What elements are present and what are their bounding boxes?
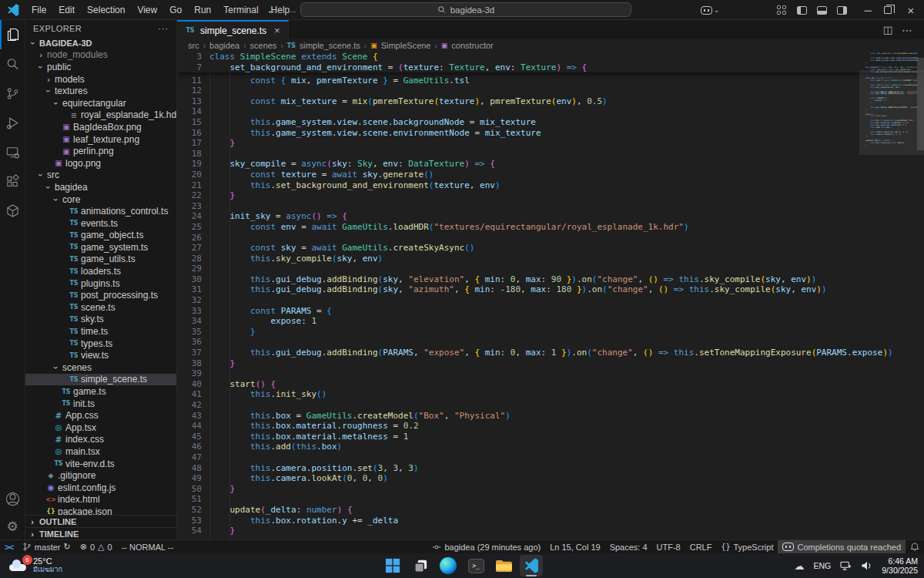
tree-file-types.ts[interactable]: TStypes.ts	[25, 338, 176, 350]
breadcrumb-item-SimpleScene[interactable]: SimpleScene	[381, 41, 431, 50]
tree-file-scene.ts[interactable]: TSscene.ts	[25, 301, 176, 314]
menu-go[interactable]: Go	[164, 2, 187, 18]
git-branch-status[interactable]: master ↻	[18, 540, 75, 553]
tree-file-simple_scene.ts[interactable]: TSsimple_scene.ts	[25, 374, 176, 386]
copilot-quota-status[interactable]: Completions quota reached	[778, 540, 906, 553]
customize-layout-button[interactable]	[772, 0, 792, 20]
tree-file-time.ts[interactable]: TStime.ts	[25, 325, 176, 338]
start-button[interactable]	[381, 555, 404, 576]
tree-file-game_utils.ts[interactable]: TSgame_utils.ts	[25, 254, 176, 266]
tree-file-loaders.ts[interactable]: TSloaders.ts	[25, 265, 176, 277]
menu-view[interactable]: View	[132, 2, 162, 18]
breadcrumb-item-bagidea[interactable]: bagidea	[209, 41, 239, 50]
tree-file-logo.png[interactable]: ▣logo.png	[25, 157, 176, 170]
toggle-secondary-sidebar-button[interactable]	[832, 0, 852, 20]
activity-remote-explorer-button[interactable]	[0, 137, 25, 166]
editor-more-actions-icon[interactable]: ⋯	[902, 24, 913, 36]
tree-file-main.tsx[interactable]: ◎main.tsx	[25, 445, 176, 458]
activity-extensions-button[interactable]	[0, 166, 25, 196]
tree-file-game.ts[interactable]: TSgame.ts	[25, 385, 176, 398]
tree-folder-equirectangular[interactable]: ›equirectangular	[25, 97, 176, 109]
network-icon[interactable]	[840, 560, 852, 571]
tab-simple-scene[interactable]: TS simple_scene.ts ×	[177, 20, 289, 39]
tree-file-vite-env.d.ts[interactable]: TSvite-env.d.ts	[25, 458, 176, 470]
manage-settings-button[interactable]: ⚙	[0, 513, 25, 539]
copilot-menu-button[interactable]: ⌄	[695, 0, 725, 20]
menu-file[interactable]: File	[26, 2, 52, 18]
tree-file-game_system.ts[interactable]: TSgame_system.ts	[25, 241, 176, 254]
tree-folder-BAGIDEA-3D[interactable]: ›BAGIDEA-3D	[25, 37, 176, 49]
activity-3d-viewer-button[interactable]	[0, 196, 25, 225]
problems-status[interactable]: ⊗ 0 △ 0	[75, 540, 117, 553]
tree-file-events.ts[interactable]: TSevents.ts	[25, 217, 176, 230]
tree-file-App.css[interactable]: #App.css	[25, 409, 176, 422]
code-area[interactable]: 1011 const { mix, pmremTexture } = GameU…	[177, 52, 924, 539]
input-language[interactable]: ENG	[814, 561, 832, 570]
command-center-search[interactable]: bagidea-3d	[300, 2, 631, 17]
nav-forward-icon[interactable]: →	[287, 5, 297, 16]
tree-file-view.ts[interactable]: TSview.ts	[25, 349, 176, 361]
tree-folder-bagidea[interactable]: ›bagidea	[25, 181, 176, 193]
remote-indicator[interactable]: ><	[0, 540, 18, 553]
tree-folder-node_modules[interactable]: ›node_modules	[25, 49, 176, 62]
terminal-button[interactable]: >_	[464, 555, 487, 576]
tree-file-BagIdeaBox.png[interactable]: ▣BagIdeaBox.png	[25, 121, 176, 133]
volume-icon[interactable]	[861, 560, 872, 571]
tree-folder-core[interactable]: ›core	[25, 193, 176, 206]
tree-file-animations_control.ts[interactable]: TSanimations_control.ts	[25, 205, 176, 217]
tree-file-post_processing.ts[interactable]: TSpost_processing.ts	[25, 289, 176, 301]
minimize-button[interactable]: ─	[858, 0, 878, 20]
vertical-scrollbar[interactable]	[917, 58, 924, 150]
file-explorer-button[interactable]	[492, 555, 515, 576]
close-button[interactable]: ×	[898, 0, 924, 20]
breadcrumb-item-src[interactable]: src	[188, 41, 199, 50]
eol-status[interactable]: CRLF	[685, 540, 717, 553]
activity-run-debug-button[interactable]	[0, 108, 25, 137]
activity-source-control-button[interactable]	[0, 79, 25, 108]
menu-selection[interactable]: Selection	[82, 2, 130, 18]
outline-section-header[interactable]: › OUTLINE	[25, 515, 176, 527]
tree-file-index.css[interactable]: #index.css	[25, 434, 176, 446]
weather-widget[interactable]: 6 25°C มีเมฆมาก	[0, 557, 139, 574]
menu-run[interactable]: Run	[189, 2, 216, 18]
last-commit-status[interactable]: bagidea (29 minutes ago)	[427, 540, 545, 553]
timeline-section-header[interactable]: › TIMELINE	[25, 527, 176, 539]
clock-widget[interactable]: 6:46 AM 9/30/2025	[882, 556, 918, 575]
tree-folder-models[interactable]: ›models	[25, 73, 176, 86]
toggle-panel-button[interactable]	[812, 0, 832, 20]
tree-file-leaf_texture.png[interactable]: ▣leaf_texture.png	[25, 133, 176, 146]
encoding-status[interactable]: UTF-8	[652, 540, 685, 553]
close-tab-icon[interactable]: ×	[274, 25, 280, 36]
tree-file-royal_esplanade_1k.hdr[interactable]: ≡royal_esplanade_1k.hdr	[25, 109, 176, 122]
tree-folder-src[interactable]: ›src	[25, 170, 176, 182]
activity-explorer-button[interactable]	[0, 20, 25, 49]
language-mode-status[interactable]: {} TypeScript	[716, 540, 778, 553]
task-view-button[interactable]	[409, 555, 432, 576]
tree-file-sky.ts[interactable]: TSsky.ts	[25, 314, 176, 326]
edge-browser-button[interactable]	[437, 555, 460, 576]
activity-search-button[interactable]	[0, 49, 25, 79]
onedrive-icon[interactable]: ☁	[795, 560, 805, 572]
nav-back-icon[interactable]: ←	[266, 5, 276, 16]
split-editor-icon[interactable]: ◫	[883, 24, 892, 35]
breadcrumb-item-scenes[interactable]: scenes	[250, 41, 277, 50]
tree-folder-public[interactable]: ›public	[25, 61, 176, 73]
menu-terminal[interactable]: Terminal	[218, 2, 263, 18]
tree-folder-scenes[interactable]: ›scenes	[25, 361, 176, 374]
tree-file-eslint.config.js[interactable]: ◉eslint.config.js	[25, 482, 176, 494]
accounts-button[interactable]	[0, 484, 25, 513]
breadcrumb-item-constructor[interactable]: constructor	[451, 41, 493, 50]
minimap-slider[interactable]	[859, 70, 924, 155]
tree-file-index.html[interactable]: <>index.html	[25, 494, 176, 506]
toggle-primary-sidebar-button[interactable]	[792, 0, 812, 20]
notifications-button[interactable]	[906, 540, 924, 553]
tree-file-init.ts[interactable]: TSinit.ts	[25, 398, 176, 410]
menu-edit[interactable]: Edit	[53, 2, 80, 18]
vscode-taskbar-button[interactable]	[520, 555, 543, 576]
tree-file-.gitignore[interactable]: ◆.gitignore	[25, 469, 176, 482]
explorer-more-actions-icon[interactable]: ···	[158, 24, 169, 33]
breadcrumb-item-simple_scene.ts[interactable]: simple_scene.ts	[300, 41, 360, 50]
tree-file-App.tsx[interactable]: ◎App.tsx	[25, 422, 176, 434]
cursor-position-status[interactable]: Ln 15, Col 19	[545, 540, 604, 553]
indentation-status[interactable]: Spaces: 4	[605, 540, 652, 553]
